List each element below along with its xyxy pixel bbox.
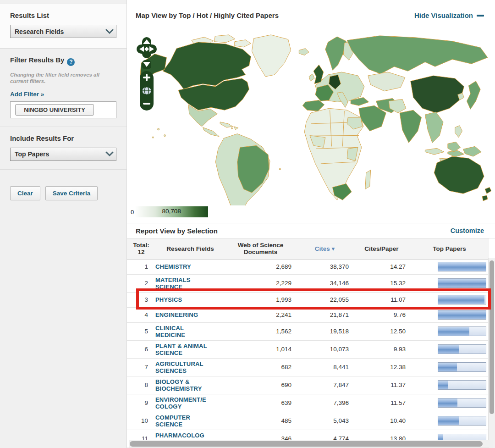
map-color-scale: 0 80,708 [131,206,208,217]
cites-per-paper-cell: 9.76 [353,307,410,322]
cites-per-paper-cell: 9.93 [353,340,410,358]
cites-cell: 7,396 [296,394,353,412]
horizontal-scrollbar[interactable] [129,440,493,448]
chevron-down-icon [103,151,116,157]
filter-note: Changing the filter field removes all cu… [10,72,116,84]
documents-cell: 1,562 [225,322,296,340]
column-header-documents[interactable]: Web of Science Documents [225,238,296,259]
research-field-link[interactable]: CLINICAL MEDICINE [155,325,185,338]
rank-cell: 5 [127,322,155,340]
column-header-top-papers[interactable]: Top Papers [410,238,489,259]
help-icon[interactable]: ? [67,58,75,66]
top-papers-bar-fill [438,398,457,407]
sort-descending-icon: ▾ [332,245,335,252]
documents-cell: 690 [225,376,296,394]
cites-per-paper-cell: 11.07 [353,292,410,307]
rank-cell: 6 [127,340,155,358]
top-papers-bar [438,326,486,336]
top-papers-bar-fill [438,416,459,425]
table-row: 5CLINICAL MEDICINE1,56219,51812.50 [127,322,489,340]
cites-cell: 34,146 [296,274,353,292]
rank-cell: 9 [127,394,155,412]
top-papers-cell [410,358,489,376]
documents-cell: 2,689 [225,259,296,274]
report-view-header: Report View by Selection Customize [127,223,495,238]
documents-cell: 2,229 [225,274,296,292]
field-cell: PLANT & ANIMAL SCIENCE [155,340,225,358]
table-row: 7AGRICULTURAL SCIENCES6828,44112.38 [127,358,489,376]
top-papers-bar-fill [438,262,486,271]
top-papers-bar [438,380,486,390]
top-papers-cell [410,307,489,322]
rank-cell: 10 [127,412,155,430]
cites-per-paper-cell: 11.57 [353,394,410,412]
research-field-link[interactable]: BIOLOGY & BIOCHEMISTRY [155,378,202,392]
vertical-scrollbar-thumb[interactable] [490,260,494,414]
sidebar: Results List Research Fields Filter Resu… [0,0,127,448]
add-filter-link[interactable]: Add Filter » [10,91,44,98]
filter-section: Filter Results By? Changing the filter f… [0,48,126,127]
field-cell: BIOLOGY & BIOCHEMISTRY [155,376,225,394]
cites-cell: 5,043 [296,412,353,430]
research-field-link[interactable]: MATERIALS SCIENCE [155,277,191,290]
clear-button[interactable]: Clear [10,186,40,200]
research-field-link[interactable]: CHEMISTRY [155,263,191,270]
top-papers-cell [410,340,489,358]
documents-cell: 639 [225,394,296,412]
top-papers-cell [410,322,489,340]
top-papers-cell [410,274,489,292]
cites-per-paper-cell: 11.37 [353,376,410,394]
results-list-heading: Results List [10,11,116,19]
top-papers-bar [438,295,486,304]
column-header-cites[interactable]: Cites ▾ [296,238,353,259]
map-view-header: Map View by Top / Hot / Highly Cited Pap… [127,0,495,31]
map-zoom-control[interactable] [139,71,154,111]
field-cell: MATERIALS SCIENCE [155,274,225,292]
rank-cell: 2 [127,274,155,292]
table-row: 3PHYSICS1,99322,05511.07 [127,292,489,307]
cites-cell: 21,871 [296,307,353,322]
documents-cell: 1,993 [225,292,296,307]
cites-per-paper-cell: 12.50 [353,322,410,340]
table-row: 8BIOLOGY & BIOCHEMISTRY6907,84711.37 [127,376,489,394]
filter-heading: Filter Results By? [10,56,116,66]
cites-per-paper-cell: 14.27 [353,259,410,274]
active-filter-chip[interactable]: NINGBO UNIVERSITY [15,104,94,116]
table-row: 1CHEMISTRY2,68938,37014.27 [127,259,489,274]
include-results-dropdown-value: Top Papers [11,150,103,158]
research-field-link[interactable]: COMPUTER SCIENCE [155,414,190,428]
vertical-scrollbar[interactable] [488,258,495,448]
map-view-title: Map View by Top / Hot / Highly Cited Pap… [136,11,279,19]
research-field-link[interactable]: AGRICULTURAL SCIENCES [155,360,204,374]
map-pan-control[interactable] [137,37,157,69]
scale-min-label: 0 [131,209,134,216]
research-field-link[interactable]: ENVIRONMENT/E COLOGY [155,396,206,410]
research-field-link[interactable]: PHYSICS [155,296,182,303]
save-criteria-button[interactable]: Save Criteria [45,186,98,200]
include-results-dropdown[interactable]: Top Papers [10,148,116,161]
table-row: 9ENVIRONMENT/E COLOGY6397,39611.57 [127,394,489,412]
world-map[interactable] [133,33,495,205]
report-table: Total: 12 Research Fields Web of Science… [127,238,489,448]
results-list-dropdown-value: Research Fields [11,28,103,35]
cites-cell: 7,847 [296,376,353,394]
rank-cell: 8 [127,376,155,394]
top-papers-cell [410,376,489,394]
top-papers-bar-fill [438,345,459,354]
rank-cell: 3 [127,292,155,307]
hide-visualization-link[interactable]: Hide Visualization [414,11,484,19]
criteria-buttons-section: Clear Save Criteria [0,169,126,209]
top-papers-bar [438,310,486,320]
top-papers-bar [438,362,486,372]
results-list-dropdown[interactable]: Research Fields [10,25,116,38]
column-header-research-fields[interactable]: Research Fields [155,238,225,259]
column-header-cites-per-paper[interactable]: Cites/Paper [353,238,410,259]
research-field-link[interactable]: PLANT & ANIMAL SCIENCE [155,343,207,356]
research-field-link[interactable]: ENGINEERING [155,311,198,318]
top-papers-bar-fill [438,327,469,336]
field-cell: COMPUTER SCIENCE [155,412,225,430]
horizontal-scrollbar-thumb[interactable] [130,441,483,447]
customize-link[interactable]: Customize [451,227,484,234]
cites-per-paper-cell: 15.32 [353,274,410,292]
table-row: 10COMPUTER SCIENCE4855,04310.40 [127,412,489,430]
